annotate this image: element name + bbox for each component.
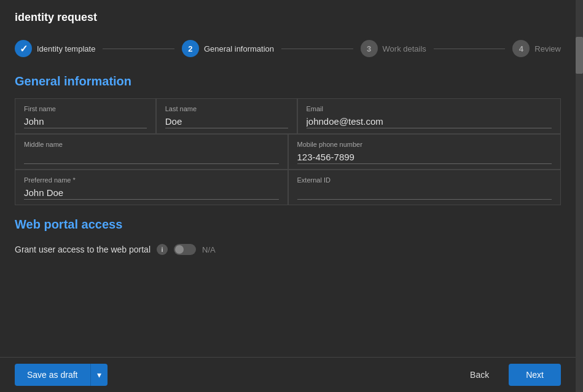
footer-right: Back Next — [458, 364, 561, 386]
preferred-name-input[interactable] — [24, 186, 279, 200]
first-name-cell: First name — [15, 98, 156, 134]
step-2-label: General information — [204, 44, 274, 53]
email-label: Email — [307, 105, 552, 112]
footer: Save as draft ▾ Back Next — [0, 357, 576, 392]
scrollbar-thumb[interactable] — [576, 37, 583, 74]
last-name-label: Last name — [165, 105, 288, 112]
step-4-number: 4 — [519, 44, 523, 53]
na-label: N/A — [202, 245, 216, 254]
mobile-phone-label: Mobile phone number — [297, 141, 552, 148]
general-info-title: General information — [15, 74, 561, 88]
email-input[interactable] — [307, 115, 552, 128]
step-line-3 — [434, 49, 506, 49]
page-wrapper: identity request ✓ Identity template 2 G… — [0, 0, 583, 392]
last-name-input[interactable] — [165, 115, 288, 128]
step-3-label: Work details — [383, 44, 426, 53]
general-information-section: General information First name Last name… — [0, 69, 576, 213]
save-draft-dropdown-button[interactable]: ▾ — [90, 364, 108, 386]
step-4-label: Review — [534, 44, 561, 53]
step-general-information: 2 General information — [182, 40, 274, 57]
preferred-name-label: Preferred name * — [24, 176, 279, 184]
step-review: 4 Review — [512, 40, 561, 57]
middle-name-cell: Middle name — [15, 134, 288, 170]
stepper: ✓ Identity template 2 General informatio… — [0, 30, 576, 69]
first-name-input[interactable] — [24, 115, 147, 128]
grant-access-label: Grant user access to the web portal — [15, 245, 151, 254]
mobile-phone-input[interactable] — [297, 151, 552, 164]
spacer — [0, 265, 576, 357]
middle-name-input[interactable] — [24, 151, 279, 164]
external-id-cell: External ID — [288, 170, 561, 205]
web-portal-section: Web portal access Grant user access to t… — [0, 213, 576, 265]
step-2-number: 2 — [188, 44, 192, 53]
checkmark-icon: ✓ — [20, 43, 28, 55]
step-line-2 — [281, 49, 353, 49]
save-draft-button[interactable]: Save as draft — [15, 364, 90, 386]
step-1-circle: ✓ — [15, 40, 32, 57]
external-id-label: External ID — [297, 176, 552, 184]
form-row-2: Middle name Mobile phone number — [15, 134, 561, 170]
middle-name-label: Middle name — [24, 141, 279, 148]
back-button[interactable]: Back — [458, 364, 501, 386]
step-3-number: 3 — [367, 44, 371, 53]
first-name-label: First name — [24, 105, 147, 112]
info-icon[interactable]: i — [157, 244, 168, 255]
form-row-1: First name Last name Email — [15, 98, 561, 134]
portal-access-toggle[interactable] — [174, 244, 196, 255]
step-4-circle: 4 — [512, 40, 530, 57]
form-row-3: Preferred name * External ID — [15, 170, 561, 205]
mobile-phone-cell: Mobile phone number — [288, 134, 561, 170]
page-title: identity request — [0, 0, 576, 30]
step-work-details: 3 Work details — [361, 40, 426, 57]
last-name-cell: Last name — [156, 98, 297, 134]
step-3-circle: 3 — [361, 40, 378, 57]
step-1-label: Identity template — [37, 44, 95, 53]
preferred-name-cell: Preferred name * — [15, 170, 288, 205]
email-cell: Email — [297, 98, 561, 134]
chevron-down-icon: ▾ — [97, 370, 101, 380]
next-button[interactable]: Next — [509, 364, 561, 386]
footer-left: Save as draft ▾ — [15, 364, 108, 386]
external-id-input[interactable] — [297, 186, 552, 200]
web-portal-title: Web portal access — [15, 218, 561, 232]
step-line-1 — [103, 49, 174, 49]
main-content: identity request ✓ Identity template 2 G… — [0, 0, 576, 392]
scrollbar[interactable] — [576, 0, 583, 392]
portal-access-row: Grant user access to the web portal i N/… — [15, 241, 561, 257]
step-identity-template: ✓ Identity template — [15, 40, 95, 57]
step-2-circle: 2 — [182, 40, 199, 57]
